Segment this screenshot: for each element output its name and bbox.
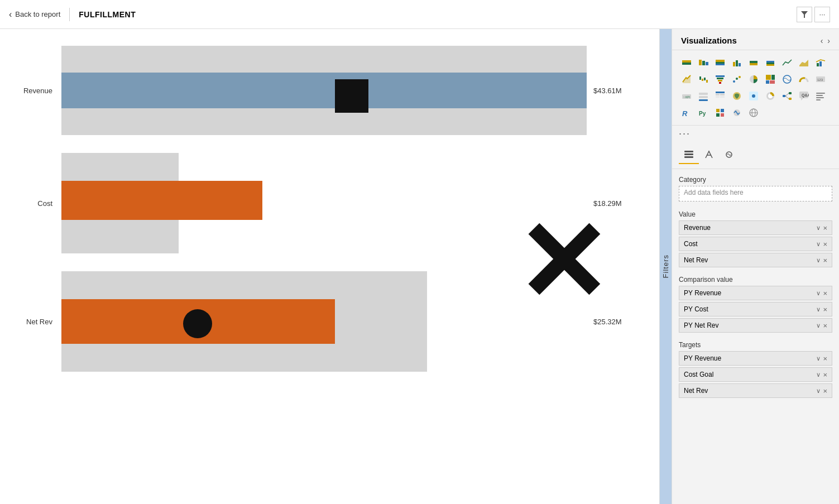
viz-icon-scatter[interactable] xyxy=(729,71,745,87)
viz-icon-card[interactable]: 123 xyxy=(813,71,828,87)
viz-icon-clustered-col[interactable] xyxy=(729,55,745,70)
targets-netrev-remove-icon[interactable]: × xyxy=(823,387,827,395)
targets-cost-goal-remove-icon[interactable]: × xyxy=(823,371,827,379)
viz-icon-pie[interactable] xyxy=(746,71,761,87)
value-netrev-field[interactable]: Net Rev ∨ × xyxy=(679,253,832,267)
py-cost-remove-icon[interactable]: × xyxy=(823,305,827,314)
value-section: Value Revenue ∨ × Cost ∨ × Net Re xyxy=(672,208,839,273)
viz-icon-r-visual[interactable]: R xyxy=(679,105,694,121)
svg-text:↑ KPI: ↑ KPI xyxy=(683,95,690,99)
revenue-chevron-icon[interactable]: ∨ xyxy=(816,224,821,232)
py-netrev-remove-icon[interactable]: × xyxy=(823,321,827,330)
targets-netrev-controls: ∨ × xyxy=(816,387,827,395)
more-options-button[interactable]: ··· xyxy=(814,7,830,22)
revenue-remove-icon[interactable]: × xyxy=(823,224,827,232)
comparison-py-cost-label: PY Cost xyxy=(684,305,708,313)
viz-icon-globe2[interactable] xyxy=(746,105,761,121)
back-to-report-button[interactable]: ‹ Back to report xyxy=(9,9,60,20)
viz-icon-qna[interactable]: Q&A xyxy=(796,88,812,104)
svg-rect-14 xyxy=(766,64,774,66)
py-revenue-remove-icon[interactable]: × xyxy=(823,289,827,297)
viz-icon-clustered-bar[interactable] xyxy=(696,55,711,70)
svg-rect-22 xyxy=(704,78,706,80)
viz-icon-line-col[interactable] xyxy=(813,55,828,70)
viz-icon-decomp-tree[interactable] xyxy=(779,88,795,104)
viz-icon-custom2[interactable] xyxy=(729,105,745,121)
viz-nav-right[interactable]: › xyxy=(827,36,830,45)
svg-rect-46 xyxy=(720,94,725,95)
viz-icon-stacked-bar[interactable] xyxy=(679,55,694,70)
targets-netrev-chevron-icon[interactable]: ∨ xyxy=(816,387,821,395)
viz-icon-kpi[interactable]: ↑ KPI xyxy=(679,88,694,104)
viz-icon-funnel[interactable] xyxy=(712,71,728,87)
fields-tab-button[interactable] xyxy=(679,146,699,164)
revenue-bg-bottom xyxy=(61,108,587,135)
targets-py-revenue-remove-icon[interactable]: × xyxy=(823,354,827,363)
cost-bars xyxy=(61,153,587,253)
viz-icon-smart-narrative[interactable] xyxy=(813,88,828,104)
targets-py-revenue-chevron-icon[interactable]: ∨ xyxy=(816,355,821,362)
viz-icon-filled-map[interactable] xyxy=(729,88,745,104)
value-cost-field[interactable]: Cost ∨ × xyxy=(679,237,832,251)
svg-rect-33 xyxy=(771,75,775,80)
viz-icon-treemap[interactable] xyxy=(763,71,778,87)
visualizations-panel: Visualizations ‹ › xyxy=(672,29,839,504)
viz-icon-stacked-col[interactable] xyxy=(746,55,761,70)
svg-marker-0 xyxy=(801,11,808,18)
comparison-py-netrev-field[interactable]: PY Net Rev ∨ × xyxy=(679,318,832,333)
netrev-remove-icon[interactable]: × xyxy=(823,256,827,265)
value-revenue-label: Revenue xyxy=(684,224,711,232)
targets-cost-goal-field[interactable]: Cost Goal ∨ × xyxy=(679,367,832,382)
divider xyxy=(69,8,70,21)
comparison-py-revenue-field[interactable]: PY Revenue ∨ × xyxy=(679,286,832,300)
viz-icon-ribbon[interactable] xyxy=(679,71,694,87)
svg-rect-76 xyxy=(684,153,693,155)
viz-icon-python[interactable]: Py xyxy=(696,105,711,121)
py-cost-chevron-icon[interactable]: ∨ xyxy=(816,306,821,313)
targets-py-revenue-field[interactable]: PY Revenue ∨ × xyxy=(679,351,832,366)
viz-icon-100pct-col[interactable] xyxy=(763,55,778,70)
revenue-value: $43.61M xyxy=(587,87,643,95)
svg-rect-7 xyxy=(716,62,725,64)
back-label: Back to report xyxy=(15,10,60,18)
viz-icon-donut[interactable] xyxy=(763,88,778,104)
viz-icon-azure-map[interactable] xyxy=(746,88,761,104)
targets-cost-goal-label: Cost Goal xyxy=(684,371,713,378)
netrev-chevron-icon[interactable]: ∨ xyxy=(816,257,821,264)
value-revenue-field[interactable]: Revenue ∨ × xyxy=(679,220,832,235)
cost-label: Cost xyxy=(17,199,61,208)
viz-icon-line[interactable] xyxy=(779,55,795,70)
viz-icon-matrix[interactable] xyxy=(712,88,728,104)
comparison-py-cost-field[interactable]: PY Cost ∨ × xyxy=(679,302,832,316)
category-section: Category Add data fields here xyxy=(672,174,839,208)
svg-rect-27 xyxy=(719,82,721,84)
more-viz-icons[interactable]: ··· xyxy=(672,126,839,142)
comparison-py-netrev-label: PY Net Rev xyxy=(684,321,718,329)
py-netrev-chevron-icon[interactable]: ∨ xyxy=(816,322,821,329)
filter-icon-button[interactable] xyxy=(797,7,812,22)
svg-point-30 xyxy=(739,76,741,78)
analytics-tab-button[interactable] xyxy=(719,146,739,164)
targets-py-revenue-label: PY Revenue xyxy=(684,354,721,362)
filters-panel[interactable]: Filters xyxy=(659,29,672,504)
py-revenue-chevron-icon[interactable]: ∨ xyxy=(816,290,821,297)
targets-netrev-field[interactable]: Net Rev ∨ × xyxy=(679,383,832,398)
viz-nav-left[interactable]: ‹ xyxy=(821,36,823,45)
svg-rect-6 xyxy=(716,60,725,62)
viz-icon-area[interactable] xyxy=(796,55,812,70)
cost-bg-top xyxy=(61,153,179,181)
targets-cost-goal-chevron-icon[interactable]: ∨ xyxy=(816,371,821,378)
format-tab-button[interactable] xyxy=(699,146,719,164)
cost-chevron-icon[interactable]: ∨ xyxy=(816,241,821,248)
cost-remove-icon[interactable]: × xyxy=(823,240,827,248)
viz-icon-map[interactable] xyxy=(779,71,795,87)
viz-icon-waterfall[interactable] xyxy=(696,71,711,87)
viz-icon-slicer[interactable] xyxy=(696,88,711,104)
viz-icon-gauge[interactable] xyxy=(796,71,812,87)
svg-rect-2 xyxy=(682,63,691,65)
svg-text:123: 123 xyxy=(817,78,823,81)
viz-icon-custom1[interactable] xyxy=(712,105,728,121)
viz-icon-100pct-bar[interactable] xyxy=(712,55,728,70)
category-drop-zone[interactable]: Add data fields here xyxy=(679,186,832,201)
svg-point-29 xyxy=(736,78,738,80)
